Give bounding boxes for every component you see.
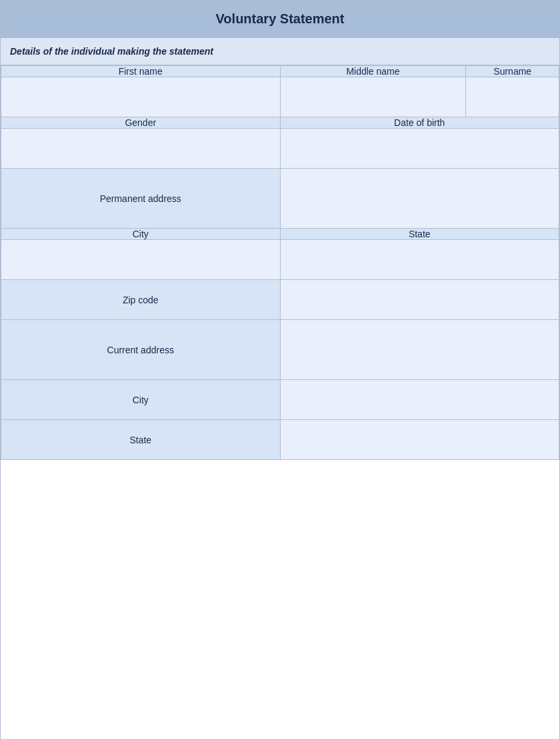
gender-dob-input-row — [1, 129, 559, 169]
permanent-address-label: Permanent address — [1, 169, 281, 229]
state-label: State — [280, 229, 559, 240]
form-title: Voluntary Statement — [1, 1, 559, 38]
city2-input[interactable] — [280, 380, 559, 420]
city2-row: City — [1, 380, 559, 420]
surname-input[interactable] — [466, 77, 559, 117]
state2-label: State — [1, 420, 281, 460]
city-input[interactable] — [1, 240, 281, 280]
city-label: City — [1, 229, 281, 240]
gender-dob-label-row: Gender Date of birth — [1, 117, 559, 129]
permanent-address-input[interactable] — [280, 169, 559, 229]
zip-code-label: Zip code — [1, 280, 281, 320]
form-subtitle: Details of the individual making the sta… — [1, 38, 559, 65]
current-address-label: Current address — [1, 320, 281, 380]
middle-name-input[interactable] — [280, 77, 466, 117]
current-address-input[interactable] — [280, 320, 559, 380]
city-state-label-row: City State — [1, 229, 559, 240]
form-container: Voluntary Statement Details of the indiv… — [0, 0, 560, 740]
surname-label: Surname — [466, 66, 559, 77]
first-name-input[interactable] — [1, 77, 281, 117]
gender-input[interactable] — [1, 129, 281, 169]
form-table: First name Middle name Surname Gender Da… — [1, 65, 559, 460]
name-label-row: First name Middle name Surname — [1, 66, 559, 77]
city2-label: City — [1, 380, 281, 420]
name-input-row — [1, 77, 559, 117]
dob-input[interactable] — [280, 129, 559, 169]
dob-label: Date of birth — [280, 117, 559, 129]
gender-label: Gender — [1, 117, 281, 129]
middle-name-label: Middle name — [280, 66, 466, 77]
zip-code-input[interactable] — [280, 280, 559, 320]
current-address-row: Current address — [1, 320, 559, 380]
state-input[interactable] — [280, 240, 559, 280]
zip-code-row: Zip code — [1, 280, 559, 320]
permanent-address-row: Permanent address — [1, 169, 559, 229]
first-name-label: First name — [1, 66, 281, 77]
state2-row: State — [1, 420, 559, 460]
state2-input[interactable] — [280, 420, 559, 460]
city-state-input-row — [1, 240, 559, 280]
